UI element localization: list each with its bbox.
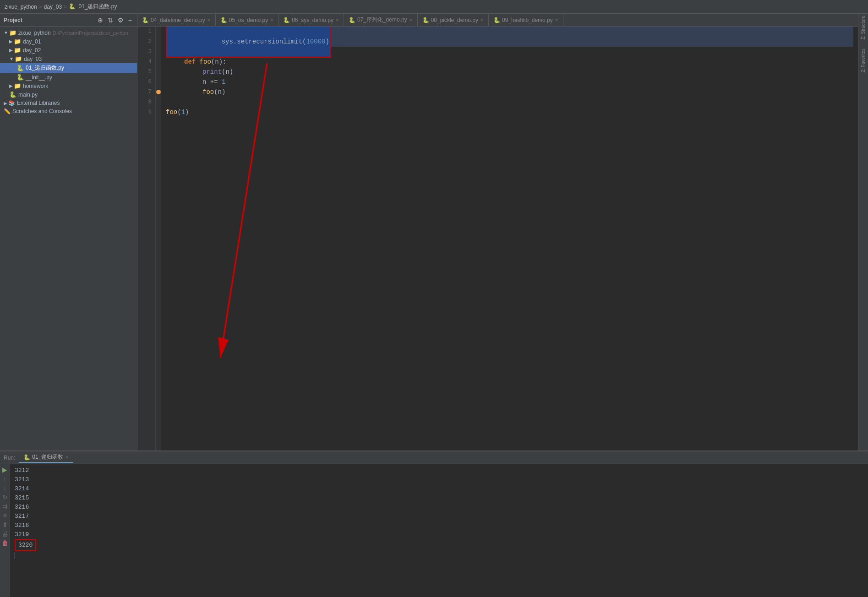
code-line-9: foo(1) — [166, 107, 853, 117]
run-tab-close[interactable]: ✕ — [65, 455, 69, 460]
sidebar-item-homework[interactable]: ▶ 📁 homework — [0, 81, 137, 90]
sidebar-item-day02[interactable]: ▶ 📁 day_02 — [0, 46, 137, 54]
bottom-tabs-bar: Run: 🐍 01_递归函数 ✕ — [0, 451, 868, 464]
sidebar-item-scratches[interactable]: ✏️ Scratches and Consoles — [0, 107, 137, 115]
sidebar-item-day03[interactable]: ▼ 📁 day_03 — [0, 54, 137, 63]
selection-highlight-2: sys.setrecursionlimit(10000) — [166, 27, 331, 58]
sidebar-header: Project ⊕ ⇅ ⚙ − — [0, 14, 137, 27]
homework-arrow: ▶ — [9, 83, 13, 88]
sidebar-close-icon[interactable]: − — [127, 16, 133, 24]
output-cursor-line — [15, 551, 863, 560]
recursive-py-icon: 🐍 — [16, 65, 24, 71]
sidebar-tree: ▼ 📁 zixue_python D:\PycharmProjects\zixu… — [0, 27, 137, 450]
titlebar: zixue_python > day_03 > 🐍 01_递归函数.py — [0, 0, 868, 14]
run-align-btn[interactable]: ≡ — [3, 512, 6, 519]
run-tab-label: 01_递归函数 — [32, 453, 63, 461]
output-line-3220: 3220 — [15, 539, 863, 551]
output-line-3213: 3213 — [15, 475, 863, 484]
homework-folder-icon: 📁 — [14, 82, 21, 89]
sidebar-item-init[interactable]: 🐍 __init__.py — [0, 73, 137, 81]
tab-04-close[interactable]: ✕ — [207, 17, 211, 22]
sidebar-icons: ⊕ ⇅ ⚙ − — [96, 16, 133, 24]
tab-07-close[interactable]: ✕ — [409, 17, 413, 22]
extlib-label: External Libraries — [17, 100, 60, 106]
extlib-arrow: ▶ — [4, 101, 7, 106]
tab-05-label: 05_os_demo.py — [229, 17, 268, 23]
tab-05-os[interactable]: 🐍 05_os_demo.py ✕ — [216, 14, 278, 26]
output-line-3219: 3219 — [15, 530, 863, 539]
sidebar-add-icon[interactable]: ⊕ — [96, 16, 104, 24]
output-highlighted-3220: 3220 — [15, 539, 36, 551]
tabs-bar: 🐍 04_datetime_demo.py ✕ 🐍 05_os_demo.py … — [137, 14, 858, 27]
structure-tab[interactable]: Z: Structure — [861, 16, 866, 39]
day03-folder-icon: 📁 — [15, 55, 22, 62]
code-content[interactable]: import sys sys.setrecursionlimit(10000) — [161, 27, 858, 450]
extlib-icon: 📚 — [8, 100, 15, 106]
titlebar-project: zixue_python — [5, 4, 37, 10]
output-line-3212: 3212 — [15, 466, 863, 475]
output-area[interactable]: 3212 3213 3214 3215 3216 3217 3218 3219 … — [10, 464, 868, 597]
sidebar-item-recursive[interactable]: 🐍 01_递归函数.py — [0, 63, 137, 73]
code-line-4: def foo(n): — [166, 57, 853, 67]
bottom-tab-recursive[interactable]: 🐍 01_递归函数 ✕ — [19, 452, 73, 463]
tab-08-pickle[interactable]: 🐍 08_pickle_demo.py ✕ — [418, 14, 489, 26]
day02-label: day_02 — [23, 47, 41, 54]
tab-06-icon: 🐍 — [283, 17, 290, 23]
tab-08-close[interactable]: ✕ — [480, 17, 484, 22]
titlebar-sep2: > — [64, 4, 67, 10]
run-stop-btn[interactable]: 🗑 — [2, 539, 8, 547]
run-print-btn[interactable]: 🖨 — [2, 530, 8, 537]
tab-06-label: 06_sys_demo.py — [292, 17, 333, 23]
day03-arrow: ▼ — [9, 56, 14, 61]
run-up-btn[interactable]: ↑ — [3, 475, 6, 483]
init-py-icon: 🐍 — [16, 74, 24, 81]
tab-09-hashlib[interactable]: 🐍 09_hashlib_demo.py ✕ — [489, 14, 563, 26]
code-line-5: print(n) — [166, 67, 853, 77]
bottom-content: ▶ ↑ ↓ ↻ ⇉ ≡ ⬆ 🖨 🗑 3212 3213 3214 3215 32… — [0, 464, 868, 597]
line-numbers: 1 2 3 4 5 6 7 8 9 — [137, 27, 156, 450]
tab-05-icon: 🐍 — [220, 17, 227, 23]
tab-04-icon: 🐍 — [142, 17, 149, 23]
scratches-label: Scratches and Consoles — [12, 108, 72, 114]
titlebar-file: 🐍 01_递归函数.py — [69, 3, 117, 11]
tab-07-serial[interactable]: 🐍 07_序列化_demo.py ✕ — [344, 14, 418, 26]
output-line-3215: 3215 — [15, 494, 863, 503]
editor-area: 🐍 04_datetime_demo.py ✕ 🐍 05_os_demo.py … — [137, 14, 858, 450]
titlebar-sep1: > — [39, 4, 42, 10]
tab-05-close[interactable]: ✕ — [270, 17, 273, 22]
init-label: __init__.py — [26, 74, 52, 81]
sidebar-item-extlib[interactable]: ▶ 📚 External Libraries — [0, 99, 137, 107]
top-section: Project ⊕ ⇅ ⚙ − ▼ 📁 zixue_python D:\Pych… — [0, 14, 868, 450]
sidebar-gear-icon[interactable]: ⚙ — [116, 16, 125, 24]
run-down-btn[interactable]: ↓ — [3, 484, 6, 492]
sidebar-sync-icon[interactable]: ⇅ — [106, 16, 115, 24]
sidebar-item-main[interactable]: 🐍 main.py — [0, 90, 137, 99]
tab-04-datetime[interactable]: 🐍 04_datetime_demo.py ✕ — [137, 14, 216, 26]
root-folder-icon: 📁 — [9, 29, 16, 36]
main-label: main.py — [18, 92, 38, 98]
day02-arrow: ▶ — [9, 48, 13, 53]
output-cursor — [15, 552, 19, 559]
run-import-btn[interactable]: ⬆ — [2, 521, 8, 528]
run-rerun-btn[interactable]: ↻ — [2, 494, 8, 501]
run-play-btn[interactable]: ▶ — [2, 466, 7, 473]
tab-08-icon: 🐍 — [422, 17, 429, 23]
tab-06-sys[interactable]: 🐍 06_sys_demo.py ✕ — [278, 14, 344, 26]
tab-06-close[interactable]: ✕ — [335, 17, 339, 22]
sidebar-item-root[interactable]: ▼ 📁 zixue_python D:\PycharmProjects\zixu… — [0, 28, 137, 37]
tab-04-label: 04_datetime_demo.py — [151, 17, 205, 23]
day01-arrow: ▶ — [9, 39, 13, 44]
code-editor[interactable]: 1 2 3 4 5 6 7 8 9 — [137, 27, 858, 450]
recursive-label: 01_递归函数.py — [26, 64, 64, 72]
favorites-tab[interactable]: 2: Favorites — [861, 49, 866, 72]
root-expand-arrow: ▼ — [4, 30, 8, 35]
tab-09-close[interactable]: ✕ — [555, 17, 558, 22]
day02-folder-icon: 📁 — [14, 47, 21, 54]
sidebar-item-day01[interactable]: ▶ 📁 day_01 — [0, 37, 137, 46]
root-name: zixue_python — [18, 30, 51, 36]
tab-07-label: 07_序列化_demo.py — [357, 16, 407, 24]
titlebar-day: day_03 — [44, 4, 62, 10]
code-line-6: n += 1 — [166, 77, 853, 87]
tab-07-icon: 🐍 — [349, 17, 355, 23]
run-step-btn[interactable]: ⇉ — [2, 503, 8, 510]
